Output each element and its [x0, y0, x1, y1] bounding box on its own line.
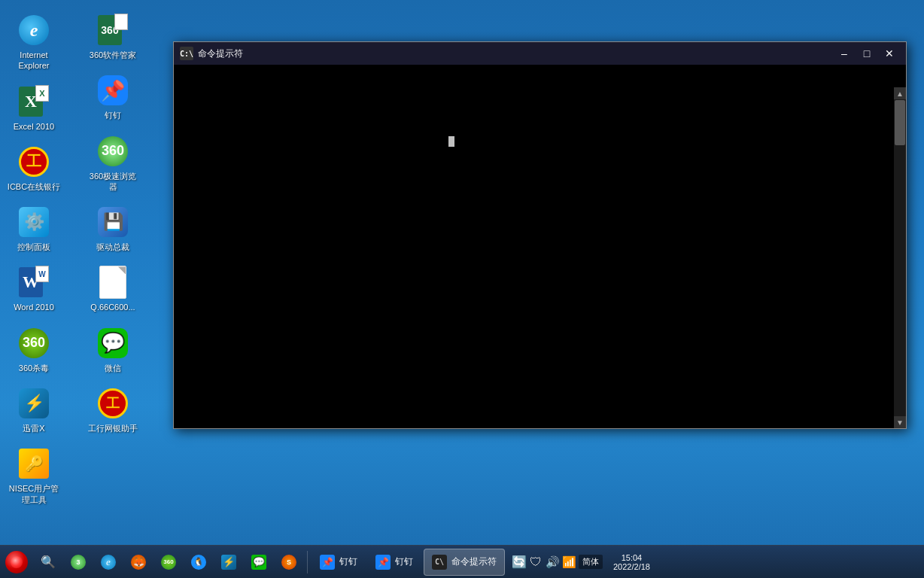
taskbar: 🔍 3 e 🦊 360 🐧 ⚡ 💬 S 📌 钉钉: [0, 545, 924, 578]
word-label: Word 2010: [14, 302, 54, 312]
icbc2-label: 工行网银助手: [88, 423, 138, 434]
icon-icbc-bank[interactable]: 工 ICBC在线银行: [4, 139, 64, 198]
start-button[interactable]: [0, 546, 33, 579]
desktop-icons-container: e InternetExplorer X X Excel 2010: [0, 0, 166, 545]
cmd-prompt: C:\Users\user>: [207, 134, 287, 147]
wechat-label: 微信: [105, 363, 121, 373]
taskbar-qq-badge: 🐧: [191, 555, 206, 570]
ie-label: InternetExplorer: [19, 50, 50, 71]
taskbar-dingtalk1-icon: 📌: [320, 555, 335, 570]
icon-excel-2010[interactable]: X X Excel 2010: [4, 79, 64, 138]
icon-360-browser[interactable]: 360 360极速浏览器: [83, 129, 143, 199]
clock[interactable]: 15:04 2022/2/18: [610, 552, 653, 573]
antivirus-icon: 360: [19, 328, 49, 358]
tray-speaker-icon[interactable]: 🔊: [546, 555, 559, 569]
scroll-down-button[interactable]: ▼: [894, 416, 906, 428]
taskbar-thunder-icon[interactable]: ⚡: [215, 549, 242, 576]
taskbar-360-badge: 3: [71, 555, 86, 570]
taskbar-qq-icon[interactable]: 🐧: [185, 549, 212, 576]
cmd-scrollbar[interactable]: ▲ ▼: [894, 87, 906, 428]
cmd-line-1: Microsoft Windows [版本 10.0.19043.1526]: [174, 65, 894, 81]
taskbar-360quick-badge: S: [281, 555, 296, 570]
taskbar-cmd-icon: C\: [432, 555, 447, 570]
taskbar-app-dingtalk-1[interactable]: 📌 钉钉: [312, 549, 365, 576]
icbc-icon: 工: [19, 147, 49, 177]
cmd-window: C:\ 命令提示符 – □ ✕ Microsoft Windows [版本 10…: [173, 41, 907, 429]
cmd-close-button[interactable]: ✕: [879, 46, 900, 61]
cmd-titlebar: C:\ 命令提示符 – □ ✕: [174, 42, 906, 65]
cmd-line-4: C:\Users\user>net user Administrator 123…: [174, 115, 894, 166]
cmd-logo: C:\: [180, 47, 193, 60]
driver-icon: 💾: [98, 207, 128, 237]
mgr360-label: 360软件管家: [90, 50, 136, 60]
taskbar-wechat-badge: 💬: [251, 555, 266, 570]
tray-network-refresh-icon[interactable]: 🔄: [512, 555, 526, 569]
taskbar-cmd-label: 命令提示符: [451, 555, 497, 568]
taskbar-search-icon[interactable]: 🔍: [35, 549, 62, 576]
cmd-line-2: (c) Microsoft Corporation。保留所有权利。: [174, 81, 894, 98]
ie-icon: e: [19, 15, 49, 45]
tray-360-icon[interactable]: 🛡: [529, 555, 543, 569]
icbc-label: ICBC在线银行: [8, 181, 60, 192]
dingtalk-label: 钉钉: [105, 110, 121, 120]
icon-driver[interactable]: 💾 驱动总裁: [83, 199, 143, 258]
taskbar-firefox-badge: 🦊: [131, 555, 146, 570]
thunder-icon: ⚡: [19, 388, 49, 418]
nisec-label: NISEC用户管理工具: [7, 483, 61, 505]
controlpanel-label: 控制面板: [17, 242, 50, 252]
taskbar-thunder-badge: ⚡: [221, 555, 236, 570]
icon-internet-explorer[interactable]: e InternetExplorer: [4, 8, 64, 78]
taskbar-dingtalk1-label: 钉钉: [339, 555, 357, 568]
start-inner: [11, 556, 23, 568]
taskbar-tray: 🔄 🛡 🔊 📶 简体 15:04 2022/2/18: [506, 546, 659, 578]
clock-date: 2022/2/18: [613, 562, 650, 571]
start-orb: [5, 551, 28, 573]
icon-control-panel[interactable]: ⚙️ 控制面板: [4, 199, 64, 258]
tray-language-button[interactable]: 简体: [579, 555, 603, 569]
icon-q66c600[interactable]: Q.66C600...: [83, 260, 143, 318]
icon-360-antivirus[interactable]: 360 360杀毒: [4, 321, 64, 379]
taskbar-360quick-icon[interactable]: S: [275, 549, 302, 576]
taskbar-ie-icon[interactable]: e: [95, 549, 122, 576]
wechat-icon: 💬: [98, 328, 128, 358]
taskbar-ie-badge: e: [101, 555, 116, 570]
taskbar-firefox-icon[interactable]: 🦊: [125, 549, 152, 576]
icon-dingtalk[interactable]: 📌 钉钉: [83, 68, 143, 126]
cmd-cursor: [448, 136, 454, 147]
thunder-label: 迅雷X: [23, 423, 44, 434]
driver-label: 驱动总裁: [96, 242, 129, 252]
cmd-line-3: [174, 99, 894, 115]
taskbar-dingtalk2-icon: 📌: [375, 555, 391, 570]
taskbar-dingtalk2-label: 钉钉: [395, 555, 413, 568]
antivirus-label: 360杀毒: [19, 363, 49, 373]
taskbar-wechat-icon[interactable]: 💬: [245, 549, 272, 576]
desktop: e InternetExplorer X X Excel 2010: [0, 0, 924, 578]
cmd-minimize-button[interactable]: –: [834, 46, 855, 61]
cmd-command: net user Administrator 123456: [288, 134, 448, 147]
scroll-up-button[interactable]: ▲: [894, 87, 906, 99]
icon-thunder[interactable]: ⚡ 迅雷X: [4, 381, 64, 440]
dingtalk-icon: 📌: [98, 75, 128, 105]
excel-label: Excel 2010: [14, 121, 54, 132]
icon-wechat[interactable]: 💬 微信: [83, 321, 143, 379]
icbc2-icon: 工: [98, 388, 128, 418]
taskbar-360browser-badge: 360: [161, 555, 176, 570]
nisec-icon: 🔑: [19, 449, 49, 479]
icon-word-2010[interactable]: W W Word 2010: [4, 260, 64, 318]
cmd-title: 命令提示符: [198, 47, 832, 60]
icon-360-manager[interactable]: 360 360软件管家: [83, 8, 143, 66]
taskbar-360-icon[interactable]: 3: [65, 549, 92, 576]
q66-file-icon: [99, 266, 126, 299]
cmd-body-container: Microsoft Windows [版本 10.0.19043.1526] (…: [174, 65, 906, 428]
taskbar-app-dingtalk-2[interactable]: 📌 钉钉: [368, 549, 421, 576]
cmd-maximize-button[interactable]: □: [856, 46, 877, 61]
clock-time: 15:04: [622, 553, 643, 562]
taskbar-360browser-icon[interactable]: 360: [155, 549, 182, 576]
icon-nisec[interactable]: 🔑 NISEC用户管理工具: [4, 441, 64, 511]
icon-icbc-helper[interactable]: 工 工行网银助手: [83, 381, 143, 440]
cmd-scrollbar-thumb[interactable]: [895, 100, 905, 145]
taskbar-app-cmd[interactable]: C\ 命令提示符: [424, 549, 505, 576]
browser360-label: 360极速浏览器: [86, 171, 140, 193]
tray-network-icon[interactable]: 📶: [562, 555, 576, 569]
taskbar-separator: [307, 551, 308, 573]
